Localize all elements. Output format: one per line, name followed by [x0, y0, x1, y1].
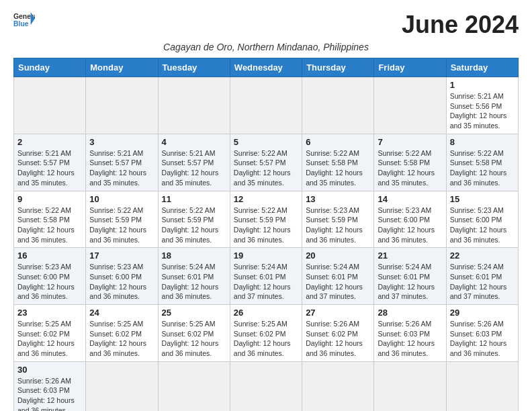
calendar-day-cell: 11Sunrise: 5:22 AMSunset: 5:59 PMDayligh…	[158, 191, 230, 248]
calendar-day-cell: 29Sunrise: 5:26 AMSunset: 6:03 PMDayligh…	[446, 305, 518, 362]
col-header-tuesday: Tuesday	[158, 58, 230, 77]
calendar-day-cell	[302, 77, 374, 134]
day-info: Sunrise: 5:25 AMSunset: 6:02 PMDaylight:…	[162, 319, 226, 359]
calendar-subtitle: Cagayan de Oro, Northern Mindanao, Phili…	[13, 42, 519, 52]
day-info: Sunrise: 5:24 AMSunset: 6:01 PMDaylight:…	[162, 262, 226, 302]
day-number: 23	[17, 308, 82, 318]
day-number: 28	[378, 308, 442, 318]
day-number: 26	[234, 308, 298, 318]
day-number: 1	[450, 80, 515, 90]
day-info: Sunrise: 5:21 AMSunset: 5:57 PMDaylight:…	[162, 148, 226, 188]
day-number: 29	[450, 308, 515, 318]
calendar-day-cell: 7Sunrise: 5:22 AMSunset: 5:58 PMDaylight…	[374, 134, 446, 191]
day-number: 22	[450, 250, 515, 261]
day-number: 4	[162, 137, 226, 147]
day-info: Sunrise: 5:21 AMSunset: 5:56 PMDaylight:…	[450, 91, 515, 131]
day-info: Sunrise: 5:24 AMSunset: 6:01 PMDaylight:…	[234, 262, 298, 302]
svg-text:Blue: Blue	[13, 20, 29, 28]
calendar-day-cell: 24Sunrise: 5:25 AMSunset: 6:02 PMDayligh…	[86, 305, 158, 362]
day-info: Sunrise: 5:22 AMSunset: 5:58 PMDaylight:…	[450, 148, 515, 188]
calendar-day-cell	[230, 77, 302, 134]
col-header-saturday: Saturday	[446, 58, 518, 77]
calendar-day-cell: 18Sunrise: 5:24 AMSunset: 6:01 PMDayligh…	[158, 248, 230, 305]
calendar-day-cell: 9Sunrise: 5:22 AMSunset: 5:58 PMDaylight…	[14, 191, 86, 248]
logo: General Blue	[13, 11, 35, 30]
day-number: 2	[17, 137, 82, 147]
day-number: 19	[234, 250, 298, 261]
day-number: 7	[378, 137, 442, 147]
day-info: Sunrise: 5:22 AMSunset: 5:58 PMDaylight:…	[17, 205, 82, 245]
calendar-week-row: 2Sunrise: 5:21 AMSunset: 5:57 PMDaylight…	[14, 134, 519, 191]
calendar-day-cell: 15Sunrise: 5:23 AMSunset: 6:00 PMDayligh…	[446, 191, 518, 248]
calendar-day-cell: 5Sunrise: 5:22 AMSunset: 5:57 PMDaylight…	[230, 134, 302, 191]
calendar-day-cell	[374, 77, 446, 134]
day-number: 20	[306, 250, 370, 261]
col-header-friday: Friday	[374, 58, 446, 77]
day-number: 5	[234, 137, 298, 147]
day-number: 16	[17, 250, 82, 261]
calendar-day-cell: 26Sunrise: 5:25 AMSunset: 6:02 PMDayligh…	[230, 305, 302, 362]
header: General Blue June 2024	[13, 11, 519, 39]
day-info: Sunrise: 5:24 AMSunset: 6:01 PMDaylight:…	[378, 262, 442, 302]
day-info: Sunrise: 5:24 AMSunset: 6:01 PMDaylight:…	[306, 262, 370, 302]
day-info: Sunrise: 5:26 AMSunset: 6:03 PMDaylight:…	[17, 376, 82, 411]
day-info: Sunrise: 5:24 AMSunset: 6:01 PMDaylight:…	[450, 262, 515, 302]
day-info: Sunrise: 5:23 AMSunset: 6:00 PMDaylight:…	[378, 205, 442, 245]
month-title: June 2024	[402, 11, 519, 39]
day-number: 17	[89, 250, 154, 261]
day-info: Sunrise: 5:21 AMSunset: 5:57 PMDaylight:…	[89, 148, 154, 188]
day-number: 13	[306, 194, 370, 204]
calendar-day-cell: 19Sunrise: 5:24 AMSunset: 6:01 PMDayligh…	[230, 248, 302, 305]
day-number: 3	[89, 137, 154, 147]
day-number: 11	[162, 194, 226, 204]
calendar-day-cell: 21Sunrise: 5:24 AMSunset: 6:01 PMDayligh…	[374, 248, 446, 305]
day-number: 25	[162, 308, 226, 318]
day-info: Sunrise: 5:23 AMSunset: 5:59 PMDaylight:…	[306, 205, 370, 245]
day-info: Sunrise: 5:22 AMSunset: 5:59 PMDaylight:…	[162, 205, 226, 245]
calendar-header-row: SundayMondayTuesdayWednesdayThursdayFrid…	[14, 58, 519, 77]
day-number: 9	[17, 194, 82, 204]
calendar-day-cell: 28Sunrise: 5:26 AMSunset: 6:03 PMDayligh…	[374, 305, 446, 362]
calendar-day-cell	[86, 77, 158, 134]
calendar-day-cell: 8Sunrise: 5:22 AMSunset: 5:58 PMDaylight…	[446, 134, 518, 191]
calendar-day-cell: 22Sunrise: 5:24 AMSunset: 6:01 PMDayligh…	[446, 248, 518, 305]
day-number: 24	[89, 308, 154, 318]
day-info: Sunrise: 5:26 AMSunset: 6:03 PMDaylight:…	[450, 319, 515, 359]
day-number: 15	[450, 194, 515, 204]
col-header-wednesday: Wednesday	[230, 58, 302, 77]
calendar-day-cell	[446, 361, 518, 411]
calendar-day-cell: 3Sunrise: 5:21 AMSunset: 5:57 PMDaylight…	[86, 134, 158, 191]
calendar-day-cell	[158, 77, 230, 134]
calendar-day-cell: 17Sunrise: 5:23 AMSunset: 6:00 PMDayligh…	[86, 248, 158, 305]
calendar-week-row: 1Sunrise: 5:21 AMSunset: 5:56 PMDaylight…	[14, 77, 519, 134]
day-info: Sunrise: 5:25 AMSunset: 6:02 PMDaylight:…	[234, 319, 298, 359]
col-header-thursday: Thursday	[302, 58, 374, 77]
calendar-day-cell	[374, 361, 446, 411]
calendar-day-cell: 25Sunrise: 5:25 AMSunset: 6:02 PMDayligh…	[158, 305, 230, 362]
calendar-day-cell: 4Sunrise: 5:21 AMSunset: 5:57 PMDaylight…	[158, 134, 230, 191]
calendar-day-cell: 13Sunrise: 5:23 AMSunset: 5:59 PMDayligh…	[302, 191, 374, 248]
calendar-week-row: 9Sunrise: 5:22 AMSunset: 5:58 PMDaylight…	[14, 191, 519, 248]
day-number: 12	[234, 194, 298, 204]
day-number: 27	[306, 308, 370, 318]
calendar-day-cell	[230, 361, 302, 411]
day-info: Sunrise: 5:22 AMSunset: 5:59 PMDaylight:…	[89, 205, 154, 245]
calendar-day-cell: 20Sunrise: 5:24 AMSunset: 6:01 PMDayligh…	[302, 248, 374, 305]
day-number: 14	[378, 194, 442, 204]
day-info: Sunrise: 5:25 AMSunset: 6:02 PMDaylight:…	[17, 319, 82, 359]
calendar-table: SundayMondayTuesdayWednesdayThursdayFrid…	[13, 58, 519, 411]
calendar-week-row: 23Sunrise: 5:25 AMSunset: 6:02 PMDayligh…	[14, 305, 519, 362]
day-info: Sunrise: 5:26 AMSunset: 6:02 PMDaylight:…	[306, 319, 370, 359]
day-info: Sunrise: 5:23 AMSunset: 6:00 PMDaylight:…	[17, 262, 82, 302]
calendar-week-row: 16Sunrise: 5:23 AMSunset: 6:00 PMDayligh…	[14, 248, 519, 305]
day-info: Sunrise: 5:22 AMSunset: 5:57 PMDaylight:…	[234, 148, 298, 188]
day-number: 6	[306, 137, 370, 147]
day-info: Sunrise: 5:23 AMSunset: 6:00 PMDaylight:…	[89, 262, 154, 302]
calendar-day-cell: 27Sunrise: 5:26 AMSunset: 6:02 PMDayligh…	[302, 305, 374, 362]
calendar-day-cell: 14Sunrise: 5:23 AMSunset: 6:00 PMDayligh…	[374, 191, 446, 248]
calendar-day-cell: 2Sunrise: 5:21 AMSunset: 5:57 PMDaylight…	[14, 134, 86, 191]
day-info: Sunrise: 5:23 AMSunset: 6:00 PMDaylight:…	[450, 205, 515, 245]
calendar-day-cell	[14, 77, 86, 134]
calendar-day-cell: 30Sunrise: 5:26 AMSunset: 6:03 PMDayligh…	[14, 361, 86, 411]
day-number: 18	[162, 250, 226, 261]
